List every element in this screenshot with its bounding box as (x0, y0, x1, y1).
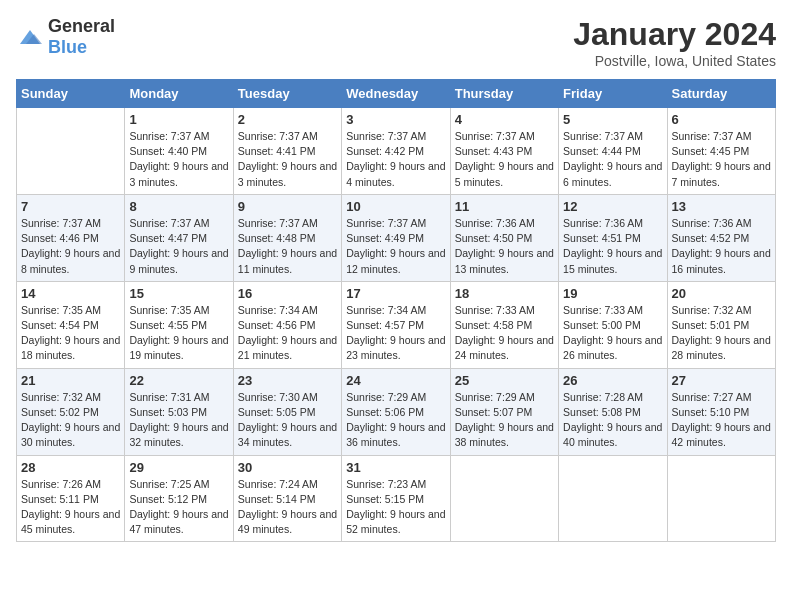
day-info: Sunrise: 7:37 AMSunset: 4:45 PMDaylight:… (672, 129, 771, 190)
logo-icon (16, 26, 44, 48)
calendar-cell: 13Sunrise: 7:36 AMSunset: 4:52 PMDayligh… (667, 194, 775, 281)
day-number: 26 (563, 373, 662, 388)
day-number: 16 (238, 286, 337, 301)
day-number: 6 (672, 112, 771, 127)
calendar-cell: 21Sunrise: 7:32 AMSunset: 5:02 PMDayligh… (17, 368, 125, 455)
weekday-header-sunday: Sunday (17, 80, 125, 108)
day-number: 21 (21, 373, 120, 388)
day-info: Sunrise: 7:37 AMSunset: 4:42 PMDaylight:… (346, 129, 445, 190)
calendar-cell: 8Sunrise: 7:37 AMSunset: 4:47 PMDaylight… (125, 194, 233, 281)
weekday-header-friday: Friday (559, 80, 667, 108)
day-info: Sunrise: 7:28 AMSunset: 5:08 PMDaylight:… (563, 390, 662, 451)
day-number: 2 (238, 112, 337, 127)
calendar-cell: 6Sunrise: 7:37 AMSunset: 4:45 PMDaylight… (667, 108, 775, 195)
day-info: Sunrise: 7:25 AMSunset: 5:12 PMDaylight:… (129, 477, 228, 538)
day-info: Sunrise: 7:37 AMSunset: 4:43 PMDaylight:… (455, 129, 554, 190)
day-info: Sunrise: 7:29 AMSunset: 5:06 PMDaylight:… (346, 390, 445, 451)
day-number: 30 (238, 460, 337, 475)
calendar-cell: 26Sunrise: 7:28 AMSunset: 5:08 PMDayligh… (559, 368, 667, 455)
calendar-cell: 9Sunrise: 7:37 AMSunset: 4:48 PMDaylight… (233, 194, 341, 281)
day-number: 12 (563, 199, 662, 214)
day-info: Sunrise: 7:34 AMSunset: 4:56 PMDaylight:… (238, 303, 337, 364)
calendar-cell: 3Sunrise: 7:37 AMSunset: 4:42 PMDaylight… (342, 108, 450, 195)
calendar-cell (667, 455, 775, 542)
calendar-week-row: 28Sunrise: 7:26 AMSunset: 5:11 PMDayligh… (17, 455, 776, 542)
day-number: 15 (129, 286, 228, 301)
calendar-cell: 2Sunrise: 7:37 AMSunset: 4:41 PMDaylight… (233, 108, 341, 195)
page-header: General Blue January 2024 Postville, Iow… (16, 16, 776, 69)
calendar-cell (450, 455, 558, 542)
title-block: January 2024 Postville, Iowa, United Sta… (573, 16, 776, 69)
calendar-cell: 19Sunrise: 7:33 AMSunset: 5:00 PMDayligh… (559, 281, 667, 368)
day-info: Sunrise: 7:37 AMSunset: 4:48 PMDaylight:… (238, 216, 337, 277)
calendar-cell: 11Sunrise: 7:36 AMSunset: 4:50 PMDayligh… (450, 194, 558, 281)
day-info: Sunrise: 7:37 AMSunset: 4:44 PMDaylight:… (563, 129, 662, 190)
calendar-cell: 12Sunrise: 7:36 AMSunset: 4:51 PMDayligh… (559, 194, 667, 281)
day-number: 8 (129, 199, 228, 214)
calendar-week-row: 21Sunrise: 7:32 AMSunset: 5:02 PMDayligh… (17, 368, 776, 455)
day-info: Sunrise: 7:37 AMSunset: 4:40 PMDaylight:… (129, 129, 228, 190)
calendar-week-row: 1Sunrise: 7:37 AMSunset: 4:40 PMDaylight… (17, 108, 776, 195)
day-number: 18 (455, 286, 554, 301)
calendar-cell: 18Sunrise: 7:33 AMSunset: 4:58 PMDayligh… (450, 281, 558, 368)
day-info: Sunrise: 7:37 AMSunset: 4:46 PMDaylight:… (21, 216, 120, 277)
day-number: 19 (563, 286, 662, 301)
day-number: 25 (455, 373, 554, 388)
calendar-cell (559, 455, 667, 542)
calendar-cell: 20Sunrise: 7:32 AMSunset: 5:01 PMDayligh… (667, 281, 775, 368)
weekday-header-thursday: Thursday (450, 80, 558, 108)
logo-text: General Blue (48, 16, 115, 58)
day-info: Sunrise: 7:36 AMSunset: 4:50 PMDaylight:… (455, 216, 554, 277)
calendar-cell: 27Sunrise: 7:27 AMSunset: 5:10 PMDayligh… (667, 368, 775, 455)
calendar-cell: 24Sunrise: 7:29 AMSunset: 5:06 PMDayligh… (342, 368, 450, 455)
location-title: Postville, Iowa, United States (573, 53, 776, 69)
day-info: Sunrise: 7:33 AMSunset: 4:58 PMDaylight:… (455, 303, 554, 364)
day-number: 11 (455, 199, 554, 214)
day-info: Sunrise: 7:35 AMSunset: 4:55 PMDaylight:… (129, 303, 228, 364)
day-info: Sunrise: 7:26 AMSunset: 5:11 PMDaylight:… (21, 477, 120, 538)
day-info: Sunrise: 7:34 AMSunset: 4:57 PMDaylight:… (346, 303, 445, 364)
day-number: 31 (346, 460, 445, 475)
calendar-cell: 15Sunrise: 7:35 AMSunset: 4:55 PMDayligh… (125, 281, 233, 368)
calendar-cell: 10Sunrise: 7:37 AMSunset: 4:49 PMDayligh… (342, 194, 450, 281)
calendar-cell: 30Sunrise: 7:24 AMSunset: 5:14 PMDayligh… (233, 455, 341, 542)
day-number: 4 (455, 112, 554, 127)
calendar-cell: 17Sunrise: 7:34 AMSunset: 4:57 PMDayligh… (342, 281, 450, 368)
logo: General Blue (16, 16, 115, 58)
calendar-cell: 4Sunrise: 7:37 AMSunset: 4:43 PMDaylight… (450, 108, 558, 195)
calendar-week-row: 14Sunrise: 7:35 AMSunset: 4:54 PMDayligh… (17, 281, 776, 368)
day-number: 22 (129, 373, 228, 388)
calendar-table: SundayMondayTuesdayWednesdayThursdayFrid… (16, 79, 776, 542)
logo-general: General (48, 16, 115, 36)
day-number: 5 (563, 112, 662, 127)
day-number: 24 (346, 373, 445, 388)
calendar-cell: 25Sunrise: 7:29 AMSunset: 5:07 PMDayligh… (450, 368, 558, 455)
calendar-cell: 23Sunrise: 7:30 AMSunset: 5:05 PMDayligh… (233, 368, 341, 455)
calendar-cell: 31Sunrise: 7:23 AMSunset: 5:15 PMDayligh… (342, 455, 450, 542)
day-info: Sunrise: 7:30 AMSunset: 5:05 PMDaylight:… (238, 390, 337, 451)
day-info: Sunrise: 7:24 AMSunset: 5:14 PMDaylight:… (238, 477, 337, 538)
day-number: 9 (238, 199, 337, 214)
day-number: 23 (238, 373, 337, 388)
calendar-cell: 16Sunrise: 7:34 AMSunset: 4:56 PMDayligh… (233, 281, 341, 368)
day-info: Sunrise: 7:32 AMSunset: 5:01 PMDaylight:… (672, 303, 771, 364)
day-number: 27 (672, 373, 771, 388)
weekday-header-tuesday: Tuesday (233, 80, 341, 108)
day-info: Sunrise: 7:32 AMSunset: 5:02 PMDaylight:… (21, 390, 120, 451)
day-number: 17 (346, 286, 445, 301)
weekday-header-wednesday: Wednesday (342, 80, 450, 108)
day-number: 13 (672, 199, 771, 214)
day-info: Sunrise: 7:33 AMSunset: 5:00 PMDaylight:… (563, 303, 662, 364)
day-info: Sunrise: 7:35 AMSunset: 4:54 PMDaylight:… (21, 303, 120, 364)
day-info: Sunrise: 7:36 AMSunset: 4:51 PMDaylight:… (563, 216, 662, 277)
calendar-week-row: 7Sunrise: 7:37 AMSunset: 4:46 PMDaylight… (17, 194, 776, 281)
day-number: 14 (21, 286, 120, 301)
weekday-header-saturday: Saturday (667, 80, 775, 108)
day-info: Sunrise: 7:37 AMSunset: 4:49 PMDaylight:… (346, 216, 445, 277)
logo-blue: Blue (48, 37, 87, 57)
day-number: 28 (21, 460, 120, 475)
day-number: 10 (346, 199, 445, 214)
calendar-cell: 29Sunrise: 7:25 AMSunset: 5:12 PMDayligh… (125, 455, 233, 542)
day-info: Sunrise: 7:29 AMSunset: 5:07 PMDaylight:… (455, 390, 554, 451)
weekday-header-monday: Monday (125, 80, 233, 108)
